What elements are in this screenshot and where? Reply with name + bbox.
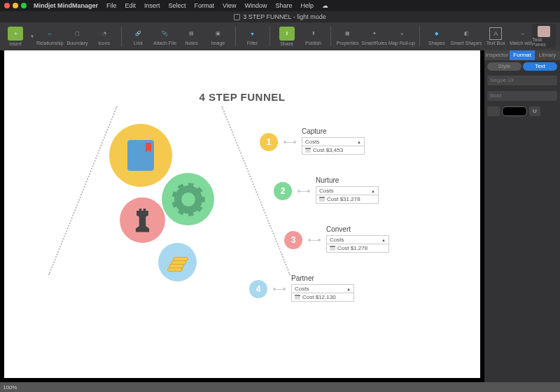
font-family-field[interactable]: Segoe UI [487,76,557,85]
format-subtabs: Style Text [487,62,557,71]
subtab-style[interactable]: Style [487,62,522,71]
calculator-icon [295,295,300,300]
stage-circle-convert[interactable] [120,197,165,243]
costs-box[interactable]: Costs▲ Cost $31,278 [316,186,379,204]
close-icon[interactable] [4,3,10,8]
font-weight-field[interactable]: Bold [487,91,557,101]
share-button[interactable]: ⇪Share [274,24,300,49]
connector-icon [299,191,309,192]
step-label[interactable]: Partner [291,274,354,282]
tab-library[interactable]: Library [535,50,560,60]
step-node-3[interactable]: 3 Convert Costs▲ Cost $1,278 [284,225,389,253]
window-controls[interactable] [4,3,27,8]
connector-icon [285,142,295,143]
link-button[interactable]: 🔗Link [126,24,151,49]
publish-button[interactable]: ⬆Publish [301,24,326,49]
cloud-icon[interactable]: ☁ [322,2,328,9]
step-label[interactable]: Convert [326,225,389,233]
coins-icon [167,253,188,272]
calculator-icon [330,246,335,251]
properties-button[interactable]: ▦Properties [335,24,360,49]
menu-format[interactable]: Format [192,2,218,9]
attach-file-button[interactable]: 📎Attach File [153,24,178,49]
stage-circle-partner[interactable] [158,243,197,281]
stage-circle-capture[interactable] [109,124,172,187]
calculator-icon [305,148,311,153]
menu-window[interactable]: Window [241,2,270,9]
tab-inspector[interactable]: Inspector [484,50,510,60]
collapse-icon[interactable]: ▲ [346,287,351,291]
icons-button[interactable]: ◔Icons [92,24,117,49]
step-node-1[interactable]: 1 Capture Costs▲ Cost $3,453 [260,127,365,155]
menubar: Mindjet MindManager File Edit Insert Sel… [0,0,560,11]
step-number-4: 4 [249,280,267,298]
filter-button[interactable]: ▼Filter [240,24,265,49]
stage-circle-nurture[interactable] [162,173,214,225]
menu-select[interactable]: Select [166,2,189,9]
maprollup-button[interactable]: ≡Map Roll-up [388,24,415,49]
insert-button[interactable]: ＋Insert [3,24,28,49]
task-panes-icon [538,26,550,37]
menu-edit[interactable]: Edit [122,2,139,9]
collapse-icon[interactable]: ▲ [357,140,361,144]
menu-view[interactable]: View [220,2,239,9]
relationship-button[interactable]: ↔Relationship [36,24,64,49]
step-label[interactable]: Capture [302,127,365,135]
step-label[interactable]: Nurture [316,176,379,184]
step-number-1: 1 [260,133,278,151]
image-button[interactable]: ▣Image [206,24,231,49]
text-color-swatch[interactable] [502,106,527,116]
notes-button[interactable]: ▤Notes [179,24,204,49]
costs-box[interactable]: Costs▲ Cost $12,130 [291,284,354,302]
step-node-2[interactable]: 2 Nurture Costs▲ Cost $31,278 [274,176,379,204]
task-panes-button[interactable]: Task Panes [532,24,556,48]
status-bar: 100% [0,382,560,392]
font-size-field[interactable] [487,106,500,116]
step-node-4[interactable]: 4 Partner Costs▲ Cost $12,130 [249,274,354,302]
textbox-button[interactable]: AText Box [483,24,508,49]
collapse-icon[interactable]: ▲ [382,238,386,242]
app-name: Mindjet MindManager [34,2,98,9]
menu-insert[interactable]: Insert [141,2,163,9]
document-icon [234,14,240,20]
smartshapes-button[interactable]: ◧Smart Shapes [451,24,482,49]
rook-icon [134,209,151,232]
panel-tabs: Inspector Format Library [484,50,560,60]
step-number-3: 3 [284,231,302,249]
smartrules-button[interactable]: ✦SmartRules [362,24,388,49]
document-title: 3 STEP FUNNEL - light mode [243,13,326,20]
shapes-button[interactable]: ◆Shapes [424,24,449,49]
map-canvas[interactable]: 4 STEP FUNNEL 1 Capture Costs▲ Cost $3,4… [4,50,480,378]
calculator-icon [319,197,325,202]
subtab-text[interactable]: Text [523,62,557,71]
funnel-edge-left [48,106,118,276]
tab-format[interactable]: Format [510,50,535,60]
document-titlebar: 3 STEP FUNNEL - light mode [0,11,560,22]
connector-icon [274,289,284,290]
menu-file[interactable]: File [104,2,120,9]
zoom-icon[interactable] [21,3,27,8]
collapse-icon[interactable]: ▲ [371,189,375,193]
toolbar: ＋Insert ▼ ↔Relationship ▢Boundary ◔Icons… [0,22,560,50]
zoom-level[interactable]: 100% [3,384,17,391]
minimize-icon[interactable] [13,3,18,8]
map-title[interactable]: 4 STEP FUNNEL [4,91,480,103]
costs-box[interactable]: Costs▲ Cost $3,453 [302,137,365,155]
costs-box[interactable]: Costs▲ Cost $1,278 [326,235,389,253]
insert-dropdown[interactable]: ▼ [29,30,35,43]
book-icon [127,140,154,171]
connector-icon [309,240,319,241]
underline-button[interactable]: U [529,106,540,116]
gear-icon [174,186,202,214]
menu-help[interactable]: Help [298,2,316,9]
step-number-2: 2 [274,182,292,200]
menu-share[interactable]: Share [272,2,295,9]
boundary-button[interactable]: ▢Boundary [65,24,90,49]
format-panel: Inspector Format Library Style Text Sego… [484,50,560,382]
canvas-area[interactable]: 4 STEP FUNNEL 1 Capture Costs▲ Cost $3,4… [0,50,484,382]
